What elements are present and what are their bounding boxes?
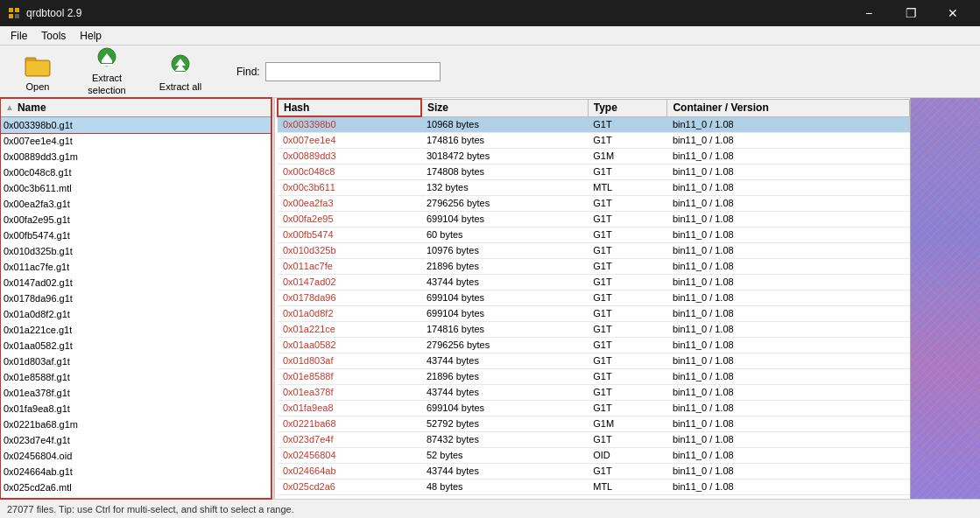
table-row[interactable]: 0x025cd2a648 bytesMTLbin11_0 / 1.08 [278,479,910,494]
close-button[interactable]: ✕ [933,0,973,26]
file-list-item[interactable]: 0x0178da96.g1t [0,290,271,306]
file-list-item[interactable]: 0x01e8588f.g1t [0,369,271,385]
container-cell: bin11_0 / 1.08 [667,116,910,132]
table-row[interactable]: 0x01d803af43744 bytesG1Tbin11_0 / 1.08 [278,353,910,368]
container-cell: bin11_0 / 1.08 [667,258,910,274]
hash-cell: 0x01a221ce [278,321,421,337]
table-row[interactable]: 0x0245680452 bytesOIDbin11_0 / 1.08 [278,447,910,463]
size-cell: 132 bytes [421,179,588,195]
file-list-item[interactable]: 0x023d7e4f.g1t [0,432,271,448]
name-column-header[interactable]: ▲ Name [0,98,271,116]
table-row[interactable]: 0x00889dd33018472 bytesG1Mbin11_0 / 1.08 [278,148,910,164]
menu-help[interactable]: Help [73,26,109,45]
type-column-header[interactable]: Type [588,99,667,116]
open-button[interactable]: Open [7,49,68,94]
table-row[interactable]: 0x024664ab43744 bytesG1Tbin11_0 / 1.08 [278,463,910,479]
hash-column-header[interactable]: Hash [278,99,421,116]
size-cell: 43744 bytes [421,384,588,400]
menu-tools[interactable]: Tools [34,26,73,45]
container-cell: bin11_0 / 1.08 [667,479,910,494]
toolbar: Open Extract selection Extract all Fin [0,46,980,98]
table-row[interactable]: 0x01a0d8f2699104 bytesG1Tbin11_0 / 1.08 [278,305,910,321]
type-cell: G1T [588,195,667,211]
table-row[interactable]: 0x0147ad0243744 bytesG1Tbin11_0 / 1.08 [278,274,910,290]
table-row[interactable]: 0x010d325b10976 bytesG1Tbin11_0 / 1.08 [278,242,910,258]
file-list-item[interactable]: 0x01ea378f.g1t [0,385,271,401]
file-list-item[interactable]: 0x01fa9ea8.g1t [0,401,271,416]
minimize-button[interactable]: − [849,0,889,26]
size-column-header[interactable]: Size [421,99,588,116]
hash-cell: 0x00fa2e95 [278,211,421,227]
file-list-item[interactable]: 0x02456804.oid [0,448,271,464]
table-row[interactable]: 0x01fa9ea8699104 bytesG1Tbin11_0 / 1.08 [278,400,910,416]
size-cell: 2796256 bytes [421,337,588,353]
extract-all-icon [166,52,194,80]
table-row[interactable]: 0x0221ba6852792 bytesG1Mbin11_0 / 1.08 [278,416,910,431]
svg-rect-10 [102,64,112,66]
file-list-item[interactable]: 0x0274c841.g1t [0,495,271,499]
table-row[interactable]: 0x00c048c8174808 bytesG1Tbin11_0 / 1.08 [278,164,910,179]
file-list-item[interactable]: 0x01aa0582.g1t [0,338,271,354]
file-list-item[interactable]: 0x00c048c8.g1t [0,164,271,180]
file-list-item[interactable]: 0x025cd2a6.mtl [0,480,271,495]
open-label: Open [26,81,50,92]
title-bar-controls: − ❐ ✕ [849,0,973,26]
status-text: 27077 files. Tip: use Ctrl for multi-sel… [7,504,294,514]
file-list-item[interactable]: 0x01a221ce.g1t [0,322,271,338]
container-column-header[interactable]: Container / Version [667,99,910,116]
preview-panel [910,98,980,499]
file-list-item[interactable]: 0x0221ba68.g1m [0,416,271,432]
table-row[interactable]: 0x003398b010968 bytesG1Tbin11_0 / 1.08 [278,116,910,132]
menu-file[interactable]: File [4,26,34,45]
file-list-item[interactable]: 0x00ea2fa3.g1t [0,196,271,212]
title-bar: qrdbtool 2.9 − ❐ ✕ [0,0,980,26]
table-row[interactable]: 0x01aa05822796256 bytesG1Tbin11_0 / 1.08 [278,337,910,353]
file-name-label: 0x0178da96.g1t [4,293,73,304]
file-list-item[interactable]: 0x00fa2e95.g1t [0,212,271,228]
data-table-wrapper[interactable]: Hash Size Type Container / Version 0x003… [277,98,910,499]
find-input[interactable] [265,62,441,81]
hash-cell: 0x011ac7fe [278,258,421,274]
container-cell: bin11_0 / 1.08 [667,384,910,400]
file-list-item[interactable]: 0x0147ad02.g1t [0,275,271,290]
container-cell: bin11_0 / 1.08 [667,337,910,353]
svg-rect-0 [9,8,13,12]
file-list-item[interactable]: 0x00fb5474.g1t [0,228,271,243]
noise-preview-image [911,98,980,499]
file-name-label: 0x023d7e4f.g1t [4,435,70,445]
table-row[interactable]: 0x01ea378f43744 bytesG1Tbin11_0 / 1.08 [278,384,910,400]
extract-all-button[interactable]: Extract all [145,49,215,94]
extract-selection-button[interactable]: Extract selection [72,49,142,94]
table-row[interactable]: 0x0178da96699104 bytesG1Tbin11_0 / 1.08 [278,290,910,305]
type-cell: G1T [588,337,667,353]
table-row[interactable]: 0x00c3b611132 bytesMTLbin11_0 / 1.08 [278,179,910,195]
table-row[interactable]: 0x00fa2e95699104 bytesG1Tbin11_0 / 1.08 [278,211,910,227]
hash-cell: 0x01d803af [278,353,421,368]
table-row[interactable]: 0x00ea2fa32796256 bytesG1Tbin11_0 / 1.08 [278,195,910,211]
hash-cell: 0x00ea2fa3 [278,195,421,211]
file-list-item[interactable]: 0x00c3b611.mtl [0,180,271,196]
file-list-item[interactable]: 0x010d325b.g1t [0,243,271,259]
window-title: qrdbtool 2.9 [26,7,81,19]
table-row[interactable]: 0x023d7e4f87432 bytesG1Tbin11_0 / 1.08 [278,431,910,447]
svg-rect-3 [15,14,19,18]
file-list-item[interactable]: 0x007ee1e4.g1t [0,133,271,149]
table-row[interactable]: 0x01e8588f21896 bytesG1Tbin11_0 / 1.08 [278,368,910,384]
file-list-item[interactable]: 0x011ac7fe.g1t [0,259,271,275]
file-list-item[interactable]: 0x024664ab.g1t [0,464,271,480]
table-row[interactable]: 0x011ac7fe21896 bytesG1Tbin11_0 / 1.08 [278,258,910,274]
table-row[interactable]: 0x01a221ce174816 bytesG1Tbin11_0 / 1.08 [278,321,910,337]
table-row[interactable]: 0x0274c841174816 bytesG1Tbin11_0 / 1.08 [278,494,910,499]
size-cell: 174808 bytes [421,164,588,179]
file-list-scroll[interactable]: 0x003398b0.g1t0x007ee1e4.g1t0x00889dd3.g… [0,117,271,499]
table-row[interactable]: 0x00fb547460 bytesG1Tbin11_0 / 1.08 [278,227,910,242]
file-name-label: 0x00c3b611.mtl [4,183,72,193]
size-cell: 52792 bytes [421,416,588,431]
type-cell: OID [588,447,667,463]
table-row[interactable]: 0x007ee1e4174816 bytesG1Tbin11_0 / 1.08 [278,132,910,148]
file-list-item[interactable]: 0x003398b0.g1t [0,117,271,133]
restore-button[interactable]: ❐ [891,0,931,26]
file-list-item[interactable]: 0x00889dd3.g1m [0,149,271,164]
file-list-item[interactable]: 0x01a0d8f2.g1t [0,306,271,322]
file-list-item[interactable]: 0x01d803af.g1t [0,354,271,369]
